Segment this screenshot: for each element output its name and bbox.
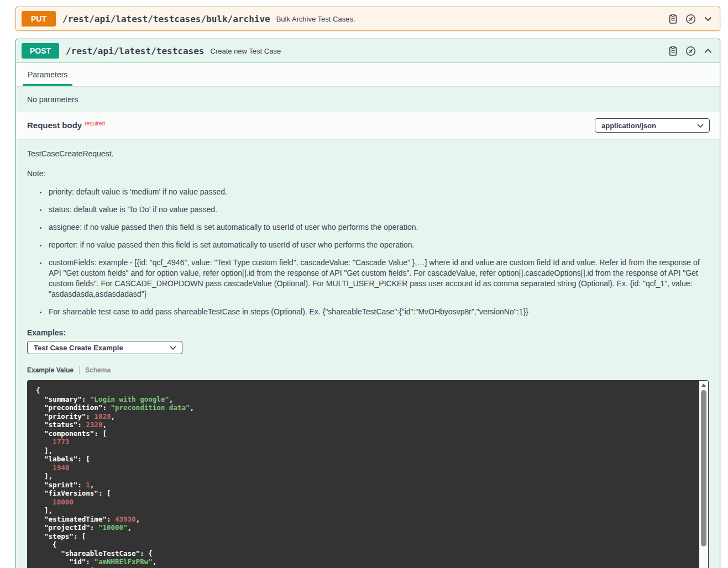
put-method-badge: PUT: [22, 11, 56, 27]
scrollbar-up-arrow[interactable]: [699, 381, 708, 389]
model-tabs: Example Value Schema: [27, 366, 709, 374]
examples-selected-value: Test Case Create Example: [34, 344, 123, 352]
note-item: assignee: if no value passed then this f…: [47, 222, 709, 233]
tab-parameters[interactable]: Parameters: [23, 63, 72, 86]
post-summary-controls: [668, 45, 713, 57]
content-type-value: application/json: [601, 122, 656, 130]
opblock-post-create-testcase: POST /rest/api/latest/testcases Create n…: [15, 39, 720, 568]
no-parameters-message: No parameters: [16, 86, 720, 112]
code-sample-code: { "summary": "Login with google", "preco…: [36, 386, 194, 568]
chevron-up-icon: [704, 49, 712, 54]
note-item: customFields: example - [{id: "qcf_4946"…: [47, 257, 709, 299]
model-description-title: TestCaseCreateRequest.: [27, 149, 709, 159]
auth-unlocked-icon: [685, 46, 696, 56]
parameters-tab-header: Parameters: [16, 63, 720, 86]
copy-to-clipboard-button[interactable]: [668, 45, 678, 57]
code-sample: { "summary": "Login with google", "preco…: [27, 380, 709, 568]
put-endpoint-path: /rest/api/latest/testcases/bulk/archive: [62, 14, 270, 24]
chevron-down-icon: [697, 124, 704, 128]
content-type-select[interactable]: application/json: [595, 118, 710, 133]
auth-unlocked-icon: [685, 14, 696, 24]
note-item: For shareable test case to add pass shar…: [47, 307, 709, 317]
required-flag: required: [85, 120, 105, 127]
request-body-header: Request bodyrequired application/json: [16, 112, 720, 139]
examples-select[interactable]: Test Case Create Example: [27, 341, 182, 354]
opblock-put-bulk-archive: PUT /rest/api/latest/testcases/bulk/arch…: [15, 7, 720, 31]
copy-to-clipboard-button[interactable]: [668, 13, 678, 25]
note-item: priority: default value is 'medium' if n…: [47, 187, 709, 197]
post-endpoint-summary[interactable]: POST /rest/api/latest/testcases Create n…: [16, 39, 720, 63]
note-item: reporter: if no value passed then this f…: [47, 240, 709, 250]
note-item: status: default value is 'To Do' if no v…: [47, 204, 709, 215]
swagger-page: PUT /rest/api/latest/testcases/bulk/arch…: [0, 0, 728, 568]
examples-label: Examples:: [27, 328, 709, 337]
put-summary-controls: [668, 13, 713, 25]
note-label: Note:: [27, 169, 709, 179]
tab-example-value[interactable]: Example Value: [27, 366, 74, 374]
authorization-button[interactable]: [684, 45, 697, 57]
note-list: priority: default value is 'medium' if n…: [39, 187, 709, 317]
request-body-label-group: Request bodyrequired: [27, 120, 105, 130]
post-endpoint-description: Create new Test Case: [210, 47, 281, 55]
authorization-button[interactable]: [684, 13, 697, 25]
request-body-content: TestCaseCreateRequest. Note: priority: d…: [16, 139, 720, 568]
expand-endpoint-button[interactable]: [703, 15, 713, 23]
post-endpoint-path: /rest/api/latest/testcases: [66, 46, 204, 56]
put-endpoint-description: Bulk Archive Test Cases.: [276, 15, 355, 23]
put-endpoint-summary[interactable]: PUT /rest/api/latest/testcases/bulk/arch…: [16, 7, 720, 30]
chevron-down-icon: [704, 17, 712, 22]
tab-schema[interactable]: Schema: [85, 366, 111, 374]
post-method-badge: POST: [22, 43, 59, 59]
tab-divider: [79, 366, 80, 374]
chevron-down-icon: [170, 346, 176, 350]
collapse-endpoint-button[interactable]: [703, 48, 713, 55]
code-scrollbar: [699, 381, 708, 568]
clipboard-icon: [669, 14, 677, 24]
request-body-label: Request body: [27, 120, 82, 130]
scrollbar-thumb[interactable]: [701, 390, 706, 546]
clipboard-icon: [669, 46, 677, 56]
